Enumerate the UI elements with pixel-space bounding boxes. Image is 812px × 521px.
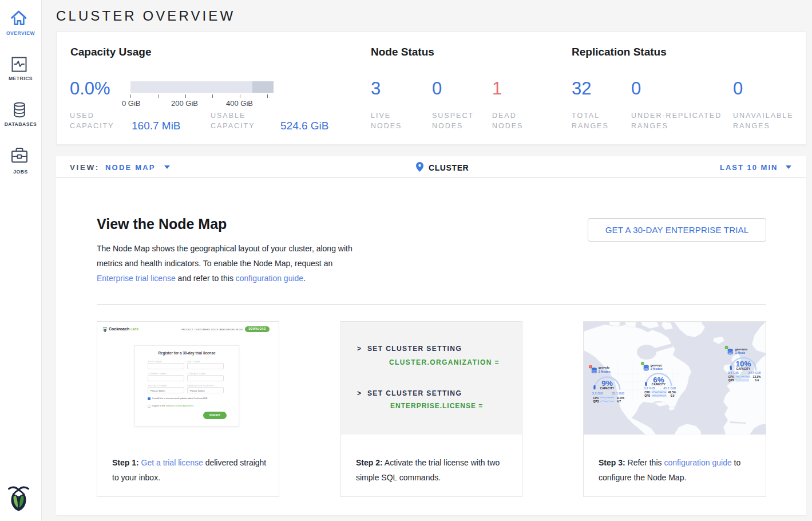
svg-text:2 Nodes: 2 Nodes [599, 370, 611, 373]
svg-text:10%: 10% [735, 360, 751, 368]
svg-text:1 Node: 1 Node [735, 351, 745, 354]
svg-text:35.1 GiB: 35.1 GiB [612, 392, 624, 395]
svg-text:0.0: 0.0 [671, 394, 675, 397]
svg-text:4.7: 4.7 [617, 400, 621, 403]
svg-text:3.7 GiB: 3.7 GiB [644, 386, 655, 390]
svg-text:CPU: CPU [728, 376, 735, 378]
svg-text:34.4 GiB: 34.4 GiB [748, 371, 761, 374]
svg-text:QPS: QPS [593, 400, 600, 403]
svg-text:CAPACITY: CAPACITY [652, 383, 666, 386]
svg-text:42.5%: 42.5% [668, 391, 676, 394]
svg-text:3.2 GiB: 3.2 GiB [592, 392, 603, 395]
svg-text:0.4: 0.4 [755, 379, 759, 382]
svg-text:3.6 GiB: 3.6 GiB [728, 371, 739, 374]
svg-text:11.0%: 11.0% [617, 397, 625, 400]
svg-text:CPU: CPU [644, 391, 651, 394]
svg-text:45.7 GiB: 45.7 GiB [663, 386, 676, 390]
svg-text:9%: 9% [601, 379, 613, 388]
svg-text:CPU: CPU [593, 397, 600, 400]
svg-text:geo=sfo: geo=sfo [599, 366, 609, 369]
svg-text:13.3%: 13.3% [753, 376, 761, 378]
svg-text:geo=ams: geo=ams [735, 348, 747, 351]
svg-text:QPS: QPS [728, 379, 735, 382]
svg-text:geo=nyc: geo=nyc [651, 364, 663, 367]
svg-text:CAPACITY: CAPACITY [600, 387, 615, 390]
svg-text:QPS: QPS [644, 394, 651, 397]
svg-text:CAPACITY: CAPACITY [736, 368, 751, 370]
svg-text:2 Nodes: 2 Nodes [651, 367, 663, 370]
